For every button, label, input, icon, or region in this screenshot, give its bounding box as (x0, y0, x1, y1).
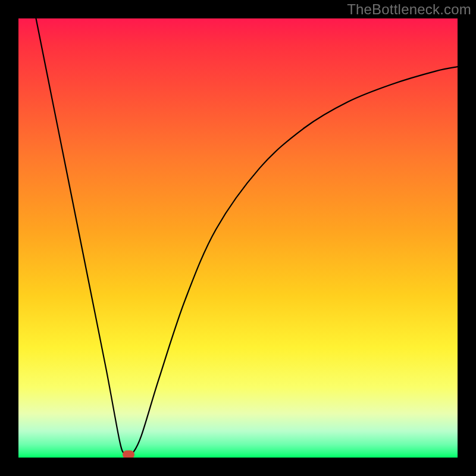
plot-area (18, 18, 458, 458)
watermark-text: TheBottleneck.com (347, 1, 471, 18)
chart-frame: TheBottleneck.com (0, 0, 476, 476)
bottleneck-curve (18, 18, 458, 458)
optimal-point-marker (123, 450, 134, 458)
